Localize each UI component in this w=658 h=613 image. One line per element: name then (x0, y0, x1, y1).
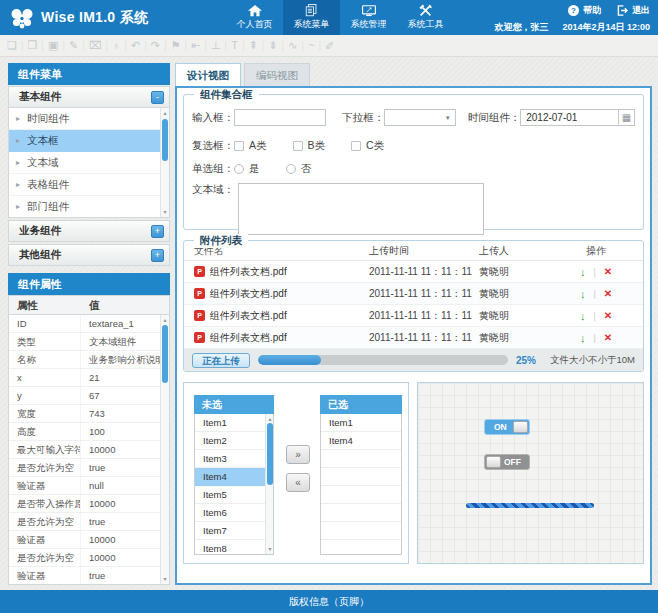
page-down-icon[interactable]: ⇟ (268, 34, 288, 57)
pen-icon[interactable]: ✐ (325, 35, 334, 57)
checkbox[interactable] (293, 141, 303, 151)
list-item[interactable]: Item1 (321, 414, 401, 432)
list-scrollbar[interactable]: ▴ ▾ (160, 108, 169, 217)
radio-option[interactable]: 是 (234, 162, 260, 176)
property-row[interactable]: 验证器 null (9, 477, 169, 495)
list-item[interactable]: Item2 (195, 432, 273, 450)
scrollbar-thumb[interactable] (162, 119, 168, 161)
delete-icon[interactable]: ✕ (604, 288, 612, 299)
list-item[interactable]: Item8 (195, 540, 273, 555)
delete-icon[interactable]: ✕ (604, 310, 612, 321)
open-folder-icon[interactable]: ❒ (27, 34, 47, 57)
page-up-icon[interactable]: ⇞ (248, 34, 268, 57)
text-icon[interactable]: T (231, 34, 248, 57)
flag-icon[interactable]: ⚑ (171, 34, 191, 57)
download-icon[interactable]: ↓ (580, 310, 586, 322)
scroll-down-icon[interactable]: ▾ (161, 575, 169, 583)
list-item[interactable]: Item1 (195, 414, 273, 432)
unselected-scrollbar[interactable]: ▴ ▾ (265, 414, 273, 554)
tab-design-view[interactable]: 设计视图 (175, 63, 241, 86)
date-picker[interactable]: 2012-07-01 ▦ (520, 109, 635, 126)
calendar-icon[interactable]: ▦ (618, 110, 634, 125)
delete-icon[interactable]: ⌧ (89, 34, 112, 57)
toggle-off-switch[interactable]: OFF (484, 454, 530, 470)
new-file-icon[interactable]: ❏ (7, 34, 27, 57)
download-icon[interactable]: ↓ (580, 266, 586, 278)
accordion-other-components[interactable]: 其他组件 + (8, 244, 170, 266)
checkbox-option[interactable]: B类 (293, 139, 326, 153)
scroll-up-icon[interactable]: ▴ (161, 109, 169, 117)
move-right-button[interactable]: » (286, 445, 310, 464)
list-item[interactable]: Item3 (195, 450, 273, 468)
property-row[interactable]: 是否允许为空 true (9, 513, 169, 531)
scrollbar-thumb[interactable] (267, 423, 273, 485)
sidebar-component-item[interactable]: ▸ 文本框 (9, 130, 169, 152)
help-link[interactable]: 帮助 (583, 4, 601, 17)
text-input[interactable] (234, 109, 326, 126)
sidebar-component-item[interactable]: ▸ 文本域 (9, 152, 169, 174)
property-row[interactable]: 验证器 true (9, 567, 169, 585)
property-row[interactable]: 验证器 10000 (9, 531, 169, 549)
sidebar-component-item[interactable]: ▸ 表格组件 (9, 174, 169, 196)
toggle-knob[interactable] (513, 421, 528, 433)
save-icon[interactable]: ▣ (48, 34, 69, 57)
property-row[interactable]: 是否带入操作原因 10000 (9, 495, 169, 513)
sidebar-component-item[interactable]: ▸ 时间组件 (9, 108, 169, 130)
scroll-down-icon[interactable]: ▾ (266, 545, 274, 553)
textarea-field[interactable] (238, 183, 484, 235)
property-row[interactable]: 最大可输入字符数 10000 (9, 441, 169, 459)
list-item[interactable]: Item4 (195, 468, 273, 486)
checkbox[interactable] (234, 141, 244, 151)
property-row[interactable]: 类型 文本域组件 (9, 333, 169, 351)
delete-icon[interactable]: ✕ (604, 266, 612, 277)
list-item[interactable]: Item5 (195, 486, 273, 504)
edit-icon[interactable]: ✎ (69, 34, 89, 57)
nav-item-home[interactable]: 个人首页 (226, 0, 283, 35)
download-icon[interactable]: ↓ (580, 288, 586, 300)
property-row[interactable]: 是否允许为空 10000 (9, 549, 169, 567)
nav-item-system-management[interactable]: 系统管理 (340, 0, 397, 35)
scrollbar-thumb[interactable] (162, 325, 168, 383)
accordion-basic-components[interactable]: 基本组件 - (8, 86, 170, 108)
collapse-icon[interactable]: - (151, 91, 164, 104)
scroll-up-icon[interactable]: ▴ (266, 415, 274, 423)
list-item[interactable]: Item7 (195, 522, 273, 540)
toggle-on-switch[interactable]: ON (484, 419, 530, 435)
sidebar-component-item[interactable]: ▸ 部门组件 (9, 196, 169, 218)
wave-icon[interactable]: ∿ (288, 34, 308, 57)
toggle-knob[interactable] (486, 456, 501, 468)
move-left-button[interactable]: « (286, 473, 310, 492)
align-left-icon[interactable]: ⇤ (191, 34, 211, 57)
dropdown-select[interactable]: ▼ (384, 109, 456, 126)
delete-icon[interactable]: ✕ (604, 332, 612, 343)
property-row[interactable]: 名称 业务影响分析说明 (9, 351, 169, 369)
property-row[interactable]: 高度 100 (9, 423, 169, 441)
scroll-up-icon[interactable]: ▴ (161, 316, 169, 324)
logout-link[interactable]: 退出 (632, 4, 650, 17)
expand-icon[interactable]: + (151, 225, 164, 238)
checkbox-option[interactable]: A类 (234, 139, 267, 153)
radio-option[interactable]: 否 (286, 162, 312, 176)
property-row[interactable]: ID textarea_1 (9, 315, 169, 333)
curve-icon[interactable]: ~ (308, 34, 325, 57)
undo-icon[interactable]: ↶ (131, 34, 151, 57)
publish-icon[interactable]: ♁ (112, 34, 131, 57)
uploading-button[interactable]: 正在上传 (192, 353, 250, 368)
property-row[interactable]: 是否允许为空 true (9, 459, 169, 477)
checkbox[interactable] (351, 141, 361, 151)
expand-icon[interactable]: + (151, 249, 164, 262)
nav-item-system-tools[interactable]: 系统工具 (397, 0, 454, 35)
download-icon[interactable]: ↓ (580, 332, 586, 344)
radio-button[interactable] (286, 164, 296, 174)
align-bottom-icon[interactable]: ⊥ (211, 34, 231, 57)
accordion-business-components[interactable]: 业务组件 + (8, 220, 170, 242)
checkbox-option[interactable]: C类 (351, 139, 384, 153)
redo-icon[interactable]: ↷ (151, 34, 171, 57)
list-item[interactable]: Item6 (195, 504, 273, 522)
radio-button[interactable] (234, 164, 244, 174)
list-item[interactable]: Item4 (321, 432, 401, 450)
nav-item-system-menu[interactable]: 系统菜单 (283, 0, 340, 35)
tab-code-view[interactable]: 编码视图 (244, 63, 310, 86)
property-row[interactable]: 宽度 743 (9, 405, 169, 423)
property-row[interactable]: x 21 (9, 369, 169, 387)
